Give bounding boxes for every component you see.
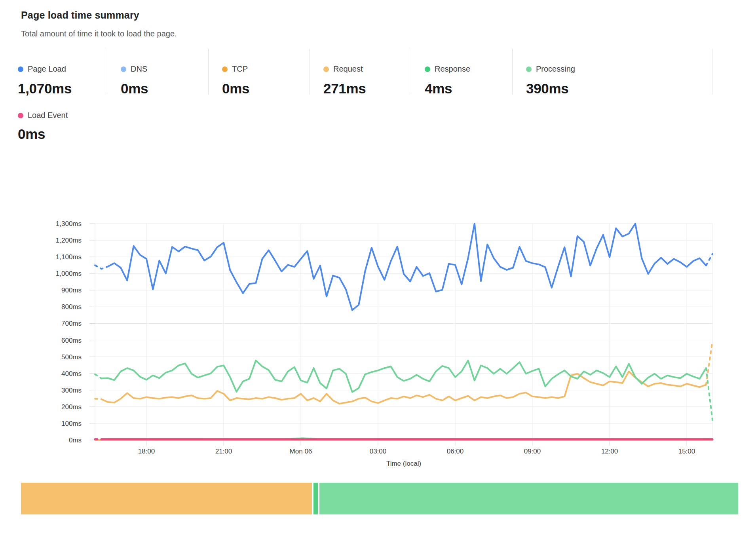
page-load-legend-dot-icon: [18, 66, 23, 72]
y-axis-label: 400ms: [61, 370, 82, 378]
page-subtitle: Total amount of time it took to load the…: [21, 29, 177, 38]
series-page-load-dashed: [706, 254, 712, 266]
chart-header: Page load time summary Total amount of t…: [21, 9, 177, 38]
metric-label: Processing: [536, 65, 575, 74]
load-time-line-chart[interactable]: 0ms100ms200ms300ms400ms500ms600ms700ms80…: [0, 174, 756, 479]
tcp-legend-dot-icon: [222, 66, 228, 72]
metric-label: Response: [435, 65, 470, 74]
metric-value: 0ms: [222, 81, 310, 97]
metric-load-event[interactable]: Load Event 0ms: [0, 106, 107, 142]
dns-legend-dot-icon: [121, 66, 126, 72]
metric-value: 4ms: [425, 81, 512, 97]
metric-label: Load Event: [28, 111, 68, 120]
x-axis-label: 15:00: [678, 448, 695, 455]
metric-value: 0ms: [18, 126, 107, 142]
x-axis-label: 06:00: [447, 448, 464, 455]
y-axis-label: 100ms: [61, 420, 82, 427]
x-axis-label: 03:00: [370, 448, 387, 455]
x-axis-label: 18:00: [138, 448, 155, 455]
metric-request[interactable]: Request 271ms: [310, 49, 411, 95]
timing-breakdown-bar: [21, 483, 735, 514]
x-axis-label: 09:00: [524, 448, 541, 455]
metric-dns[interactable]: DNS 0ms: [107, 49, 208, 95]
y-axis-label: 200ms: [61, 403, 82, 411]
y-axis-label: 1,100ms: [56, 253, 82, 261]
load-event-row: Load Event 0ms: [0, 106, 107, 142]
metric-value: 390ms: [526, 81, 712, 97]
y-axis-label: 1,300ms: [56, 220, 82, 228]
y-axis-label: 900ms: [61, 286, 82, 294]
metric-page-load[interactable]: Page Load 1,070ms: [0, 49, 107, 95]
metric-label: DNS: [131, 65, 147, 74]
metric-value: 1,070ms: [18, 81, 107, 97]
bar-segment-response: [313, 483, 318, 514]
y-axis-label: 1,200ms: [56, 237, 82, 244]
x-axis-label: Mon 06: [290, 448, 312, 455]
y-axis-label: 700ms: [61, 320, 82, 327]
y-axis-label: 300ms: [61, 387, 82, 394]
series-processing: [101, 360, 706, 392]
y-axis-label: 500ms: [61, 353, 82, 361]
series-processing-dashed: [706, 368, 712, 420]
series-request-dashed: [706, 341, 712, 385]
metric-tcp[interactable]: TCP 0ms: [208, 49, 310, 95]
metric-label: Request: [333, 65, 363, 74]
metrics-legend-row: Page Load 1,070ms DNS 0ms TCP 0ms Reques…: [0, 49, 712, 95]
request-legend-dot-icon: [323, 66, 329, 72]
metric-value: 0ms: [121, 81, 208, 97]
series-processing-dashed: [95, 374, 101, 379]
metric-response[interactable]: Response 4ms: [411, 49, 512, 95]
series-page-load: [108, 224, 706, 310]
response-legend-dot-icon: [425, 66, 430, 72]
series-request: [101, 372, 706, 404]
metric-processing[interactable]: Processing 390ms: [512, 49, 712, 95]
bar-segment-processing: [319, 483, 738, 514]
metric-label: Page Load: [28, 65, 66, 74]
y-axis-label: 600ms: [61, 337, 82, 344]
metric-label: TCP: [232, 65, 248, 74]
bar-segment-request: [21, 483, 312, 514]
y-axis-label: 1,000ms: [56, 270, 82, 277]
y-axis-label: 0ms: [69, 436, 82, 444]
series-request-dashed: [95, 399, 101, 399]
y-axis-label: 800ms: [61, 303, 82, 311]
series-page-load-dashed: [95, 265, 108, 269]
page-title: Page load time summary: [21, 9, 177, 21]
x-axis-title: Time (local): [386, 460, 421, 467]
x-axis-label: 12:00: [601, 448, 618, 455]
load-event-legend-dot-icon: [18, 113, 23, 118]
metric-value: 271ms: [323, 81, 411, 97]
x-axis-label: 21:00: [215, 448, 232, 455]
processing-legend-dot-icon: [526, 66, 532, 72]
